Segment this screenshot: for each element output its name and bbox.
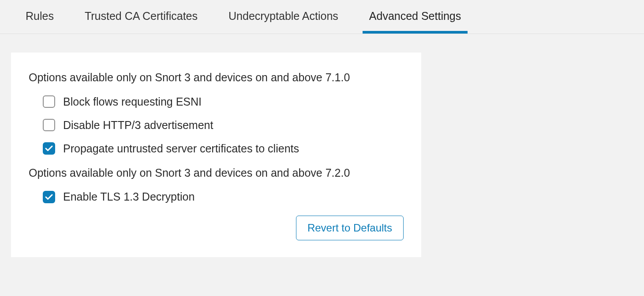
button-row: Revert to Defaults xyxy=(29,216,404,240)
tab-rules[interactable]: Rules xyxy=(13,0,54,34)
revert-button[interactable]: Revert to Defaults xyxy=(296,216,404,240)
option-label: Enable TLS 1.3 Decryption xyxy=(63,190,195,203)
tab-trusted-ca-certificates[interactable]: Trusted CA Certificates xyxy=(85,0,198,34)
settings-panel: Options available only on Snort 3 and de… xyxy=(11,53,421,257)
option-row: Enable TLS 1.3 Decryption xyxy=(29,190,404,203)
checkmark-icon xyxy=(45,194,53,200)
section-heading-710: Options available only on Snort 3 and de… xyxy=(29,70,404,85)
checkbox-block-esni[interactable] xyxy=(43,95,55,108)
option-label: Propagate untrusted server certificates … xyxy=(63,142,299,155)
option-label: Disable HTTP/3 advertisement xyxy=(63,119,213,132)
option-label: Block flows requesting ESNI xyxy=(63,95,202,108)
option-row: Propagate untrusted server certificates … xyxy=(29,142,404,155)
tab-advanced-settings[interactable]: Advanced Settings xyxy=(369,0,461,34)
option-row: Block flows requesting ESNI xyxy=(29,95,404,108)
checkbox-disable-http3[interactable] xyxy=(43,119,55,131)
checkbox-enable-tls13[interactable] xyxy=(43,191,55,203)
checkmark-icon xyxy=(45,145,53,152)
tab-undecryptable-actions[interactable]: Undecryptable Actions xyxy=(228,0,338,34)
section-heading-720: Options available only on Snort 3 and de… xyxy=(29,166,404,180)
checkbox-propagate-untrusted[interactable] xyxy=(43,142,55,155)
tabs-bar: Rules Trusted CA Certificates Undecrypta… xyxy=(0,0,644,34)
option-row: Disable HTTP/3 advertisement xyxy=(29,119,404,132)
